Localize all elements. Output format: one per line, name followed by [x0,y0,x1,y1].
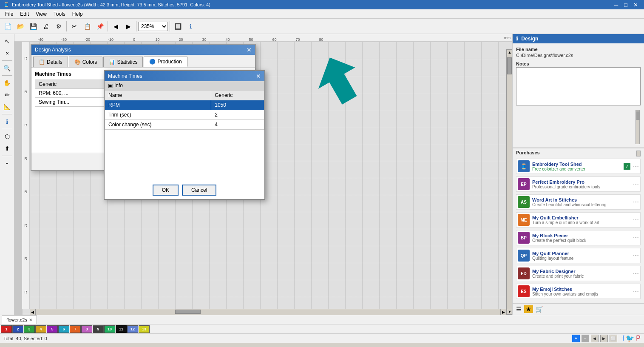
color-swatch-6[interactable]: 6 [58,325,69,333]
menu-file[interactable]: File [2,10,17,18]
next-button[interactable]: ▶ [600,335,608,342]
print-button[interactable]: 🖨 [40,20,52,32]
tab-statistics[interactable]: 📊 Statistics [103,57,143,67]
pan-tool[interactable]: ✋ [2,77,13,88]
subdialog-close-button[interactable]: ✕ [256,73,261,80]
mbp-more-button[interactable]: ⋯ [633,234,639,241]
tab-production[interactable]: 🔵 Production [144,57,187,67]
menu-help[interactable]: Help [69,10,86,18]
dialog-close-button[interactable]: ✕ [247,46,252,53]
info-button[interactable]: ℹ [184,20,196,32]
mqp-icon: QP [518,250,530,262]
color-swatch-1[interactable]: 1 [1,325,12,333]
draw-tool[interactable]: ✏ [2,89,13,100]
menu-view[interactable]: View [32,10,50,18]
vertical-scrollbar[interactable]: ▲ ▼ [506,49,512,315]
close-button[interactable]: ✕ [631,2,641,8]
new-button[interactable]: 📄 [2,20,14,32]
horizontal-scrollbar[interactable]: ◀ ▶ [30,309,506,315]
subdialog-cancel-button[interactable]: Cancel [182,185,216,196]
bottom-tabs: flower.c2s ✕ [0,315,644,324]
tab-close-button[interactable]: ✕ [29,318,32,322]
prev-button[interactable]: ◀ [591,335,599,342]
scroll-right-button[interactable]: ▶ [500,309,506,315]
undo-button[interactable]: ◀ [110,20,122,32]
color-swatch-5[interactable]: 5 [47,325,58,333]
view-button[interactable]: ⬜ [610,335,617,342]
info-collapse-icon[interactable]: ▣ [108,82,113,88]
cross-tool[interactable]: ✕ [2,48,13,59]
select-tool[interactable]: ↖ [2,36,13,47]
table-row-rpm[interactable]: RPM 1050 [105,100,264,110]
menu-edit[interactable]: Edit [17,10,32,18]
color-strip: 1 2 3 4 5 6 7 8 9 10 11 12 13 [0,324,644,333]
mfd-more-button[interactable]: ⋯ [633,270,639,277]
scroll-thumb-h[interactable] [175,310,201,314]
maximize-button[interactable]: □ [621,2,630,8]
subdialog-ok-button[interactable]: OK [153,185,179,196]
color-swatch-9[interactable]: 9 [93,325,104,333]
color-swatch-2[interactable]: 2 [12,325,23,333]
dialog-title-bar[interactable]: Design Analysis ✕ [31,45,255,55]
table-row-trim[interactable]: Trim (sec) 2 [105,110,264,120]
tab-colors[interactable]: 🎨 Colors [69,57,103,67]
color-swatch-3[interactable]: 3 [24,325,35,333]
color-swatch-13[interactable]: 13 [139,325,150,333]
minus-button[interactable]: − [582,335,589,342]
tab-production-label: Production [157,59,182,65]
paste-button[interactable]: 📌 [94,20,106,32]
mqp-more-button[interactable]: ⋯ [633,252,639,259]
redo-button[interactable]: ▶ [122,20,134,32]
add-button[interactable]: + [572,335,580,342]
menu-tools[interactable]: Tools [50,10,69,18]
view-toggle-button[interactable]: 🔲 [172,20,184,32]
facebook-icon[interactable]: f [622,335,624,342]
color-swatch-10[interactable]: 10 [104,325,115,333]
scroll-up-button[interactable]: ▲ [507,49,512,55]
up-tool[interactable]: ⬆ [2,143,13,154]
scroll-thumb-v[interactable] [507,57,512,74]
list-view-icon[interactable]: ☰ [516,306,522,313]
mqe-name: My Quilt Embellisher [532,215,630,220]
save-button[interactable]: 💾 [27,20,39,32]
canvas-inner[interactable]: R R R R R R R R [22,42,512,315]
zoom-select[interactable]: 50% 100% 200% 235% 300% [138,22,168,31]
open-button[interactable]: 📂 [14,20,26,32]
details-icon: 📋 [39,59,45,65]
table-row-colorchange[interactable]: Color change (sec) 4 [105,120,264,130]
mes-more-button[interactable]: ⋯ [633,288,639,295]
settings-button[interactable]: ⚙ [53,20,65,32]
scroll-down-button[interactable]: ▼ [507,309,512,315]
cut-button[interactable]: ✂ [68,20,80,32]
zoom-tool[interactable]: 🔍 [2,63,13,74]
measure-tool[interactable]: 📐 [2,101,13,112]
ets-more-button[interactable]: ⋯ [633,163,639,170]
scroll-left-button[interactable]: ◀ [30,309,36,315]
info-tool[interactable]: ℹ [2,116,13,127]
color-swatch-12[interactable]: 12 [127,325,138,333]
color-swatch-8[interactable]: 8 [81,325,92,333]
tab-flower[interactable]: flower.c2s ✕ [2,316,37,324]
extra-tool[interactable]: + [2,158,13,169]
color-swatch-4[interactable]: 4 [35,325,46,333]
purchase-item-mfd: FD My Fabric Designer Create and print y… [516,266,641,281]
color-swatch-11[interactable]: 11 [116,325,127,333]
pinterest-icon[interactable]: P [636,335,641,342]
shape-tool[interactable]: ⬡ [2,131,13,142]
color-swatch-7[interactable]: 7 [70,325,81,333]
right-panel-bottom-icons: ☰ ★ 🛒 [513,303,644,315]
purchase-item-mes: ES My Emoji Stitches Stitch your own ava… [516,284,641,299]
pep-more-button[interactable]: ⋯ [633,181,639,188]
minimize-button[interactable]: ─ [612,2,621,8]
subdialog-title-bar[interactable]: Machine Times ✕ [105,71,264,81]
ets-check[interactable]: ✓ [624,163,630,170]
tab-details[interactable]: 📋 Details [33,57,68,67]
cart-icon[interactable]: 🛒 [536,306,543,313]
notes-textarea[interactable] [516,67,641,105]
ets-desc: Free colorizer and converter [532,167,621,171]
twitter-icon[interactable]: 🐦 [626,334,634,342]
mqe-more-button[interactable]: ⋯ [633,216,639,223]
copy-button[interactable]: 📋 [81,20,93,32]
star-icon[interactable]: ★ [524,305,533,313]
was-more-button[interactable]: ⋯ [633,199,639,205]
